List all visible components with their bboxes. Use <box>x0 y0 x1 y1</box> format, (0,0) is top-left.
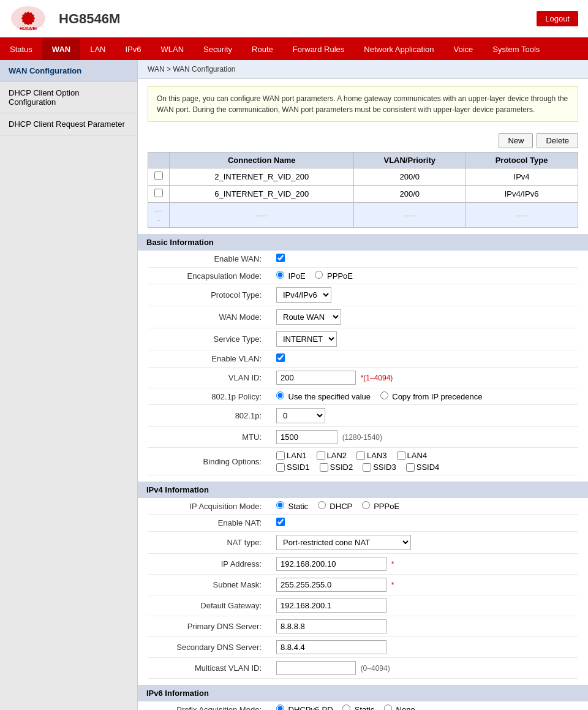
basic-info-table: Enable WAN: Encapsulation Mode: IPoE PPP… <box>148 251 578 475</box>
dhcpv6pd-label: DHCPv6-PD <box>276 705 335 710</box>
nav-wan[interactable]: WAN <box>42 39 80 60</box>
nat-type-select[interactable]: Port-restricted cone NAT Full cone NAT R… <box>276 535 411 550</box>
dhcpv6pd-radio[interactable] <box>276 704 284 710</box>
subnet-mask-label: Subnet Mask: <box>148 575 270 595</box>
mtu-label: MTU: <box>148 427 270 448</box>
secondary-dns-row: Secondary DNS Server: <box>148 637 578 658</box>
prefix-static-radio[interactable] <box>342 704 350 710</box>
subnet-mask-input[interactable] <box>276 578 386 592</box>
row2-protocol: IPv4/IPv6 <box>466 186 578 203</box>
sidebar-item-dhcp-option[interactable]: DHCP Client Option Configuration <box>0 82 137 113</box>
enable-vlan-row: Enable VLAN: <box>148 350 578 368</box>
enable-vlan-checkbox[interactable] <box>276 353 285 362</box>
row2-checkbox[interactable] <box>154 189 163 197</box>
wan-mode-row: WAN Mode: Route WAN Bridge WAN <box>148 306 578 328</box>
nav-status[interactable]: Status <box>0 39 42 60</box>
ipv4-info-form: IP Acquisition Mode: Static DHCP PPPoE <box>138 498 588 679</box>
ipv6-info-header: IPv6 Information <box>138 685 588 701</box>
ipv4-info-header: IPv4 Information <box>138 482 588 498</box>
ipv4-multicast-hint: (0–4094) <box>361 664 390 673</box>
nav-forward[interactable]: Forward Rules <box>283 39 355 60</box>
table-row: 6_INTERNET_R_VID_200 200/0 IPv4/IPv6 <box>148 186 578 203</box>
binding-row-lan: LAN1 LAN2 LAN3 LAN4 <box>276 451 572 460</box>
ssid1-checkbox[interactable] <box>276 463 285 472</box>
row1-protocol: IPv4 <box>466 168 578 186</box>
ssid2-checkbox[interactable] <box>320 463 328 472</box>
row2-vlan: 200/0 <box>354 186 466 203</box>
delete-button[interactable]: Delete <box>537 133 578 148</box>
col-checkbox <box>148 153 170 168</box>
vlan-id-hint: *(1–4094) <box>361 374 393 382</box>
protocol-type-select[interactable]: IPv4/IPv6 IPv4 IPv6 <box>276 287 331 303</box>
policy-copy-radio[interactable] <box>380 391 388 399</box>
ipv4-multicast-input[interactable] <box>276 661 356 675</box>
enable-wan-label: Enable WAN: <box>148 251 270 268</box>
nav-wlan[interactable]: WLAN <box>151 39 194 60</box>
placeholder-name: ---- <box>170 203 354 228</box>
pppoe-radio-label: PPPoE <box>315 271 353 281</box>
lan1-checkbox[interactable] <box>276 451 285 460</box>
primary-dns-input[interactable] <box>276 619 386 633</box>
logo-area: HUAWEI <box>10 5 47 32</box>
binding-label: Binding Options: <box>148 448 270 475</box>
nat-type-label: NAT type: <box>148 532 270 554</box>
nav-route[interactable]: Route <box>242 39 283 60</box>
vlan-id-input[interactable] <box>276 371 356 385</box>
ssid2-label: SSID2 <box>320 463 353 472</box>
policy-specified-label: Use the specified value <box>276 392 373 401</box>
nav-security[interactable]: Security <box>194 39 242 60</box>
prefix-static-label: Static <box>342 705 377 710</box>
ssid3-checkbox[interactable] <box>363 463 371 472</box>
secondary-dns-input[interactable] <box>276 640 386 654</box>
sidebar-item-wan-config[interactable]: WAN Configuration <box>0 60 137 82</box>
enable-wan-checkbox[interactable] <box>276 254 285 262</box>
ipv4-info-table: IP Acquisition Mode: Static DHCP PPPoE <box>148 498 578 679</box>
mtu-input[interactable] <box>276 430 337 444</box>
enable-nat-checkbox[interactable] <box>276 518 285 526</box>
service-type-select[interactable]: INTERNET TR069 OTHER <box>276 331 337 347</box>
content-area: WAN > WAN Configuration On this page, yo… <box>138 60 588 710</box>
nav-voice[interactable]: Voice <box>443 39 483 60</box>
lan2-checkbox[interactable] <box>317 451 325 460</box>
default-gateway-label: Default Gateway: <box>148 595 270 616</box>
ssid4-checkbox[interactable] <box>406 463 415 472</box>
default-gateway-input[interactable] <box>276 599 386 613</box>
placeholder-vlan: ---- <box>354 203 466 228</box>
subnet-mask-row: Subnet Mask: * <box>148 575 578 595</box>
ipv4-dhcp-label: DHCP <box>318 502 355 511</box>
ipv6-info-table: Prefix Acquisition Mode: DHCPv6-PD Stati… <box>148 701 578 710</box>
vlan-id-label: VLAN ID: <box>148 368 270 388</box>
ipv4-pppoe-radio[interactable] <box>362 501 370 509</box>
ipv4-dhcp-radio[interactable] <box>318 501 326 509</box>
sidebar-item-dhcp-request[interactable]: DHCP Client Request Parameter <box>0 113 137 135</box>
col-protocol: Protocol Type <box>466 153 578 168</box>
row1-checkbox[interactable] <box>154 172 163 180</box>
prefix-acquisition-row: Prefix Acquisition Mode: DHCPv6-PD Stati… <box>148 701 578 710</box>
header: HUAWEI HG8546M Logout <box>0 0 588 39</box>
ipv4-address-input[interactable] <box>276 557 386 571</box>
basic-info-header: Basic Information <box>138 234 588 251</box>
nav-tools[interactable]: System Tools <box>483 39 549 60</box>
info-box: On this page, you can configure WAN port… <box>148 86 578 122</box>
service-type-label: Service Type: <box>148 328 270 350</box>
secondary-dns-label: Secondary DNS Server: <box>148 637 270 658</box>
nav-netapp[interactable]: Network Application <box>354 39 443 60</box>
new-button[interactable]: New <box>499 133 533 148</box>
policy-specified-radio[interactable] <box>276 391 284 399</box>
ipv4-static-radio[interactable] <box>276 501 284 509</box>
pppoe-radio[interactable] <box>315 271 323 279</box>
wan-mode-select[interactable]: Route WAN Bridge WAN <box>276 309 341 325</box>
nav-lan[interactable]: LAN <box>80 39 115 60</box>
logout-button[interactable]: Logout <box>537 11 578 26</box>
prefix-acquisition-label: Prefix Acquisition Mode: <box>148 701 270 710</box>
mtu-hint: (1280-1540) <box>342 433 382 442</box>
ipv4-address-row: IP Address: * <box>148 554 578 575</box>
ipoe-radio[interactable] <box>276 271 284 279</box>
dot1p-select[interactable]: 0123 4567 <box>276 408 325 423</box>
ipv4-address-hint: * <box>391 560 394 568</box>
lan4-checkbox[interactable] <box>397 451 405 460</box>
main-layout: WAN Configuration DHCP Client Option Con… <box>0 60 588 710</box>
nav-ipv6[interactable]: IPv6 <box>116 39 151 60</box>
lan3-checkbox[interactable] <box>356 451 365 460</box>
prefix-none-radio[interactable] <box>384 704 392 710</box>
